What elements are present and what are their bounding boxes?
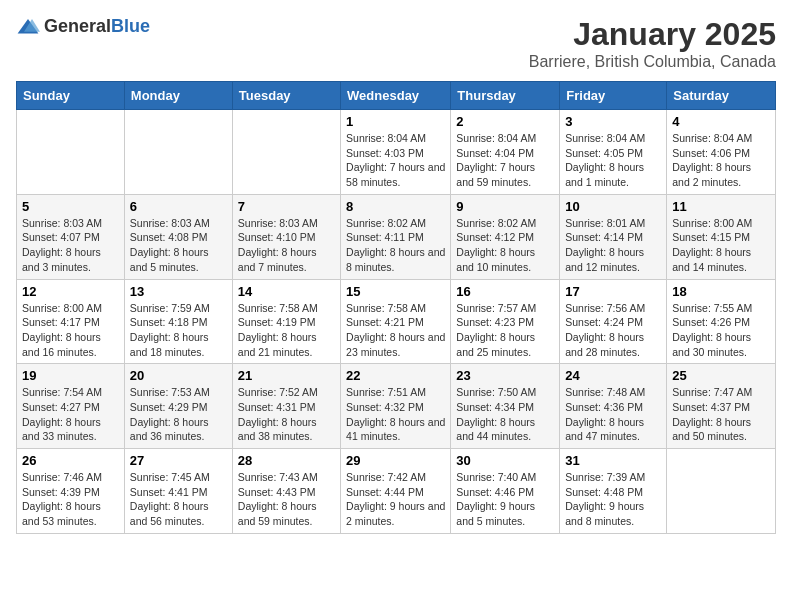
day-info: Sunrise: 7:46 AMSunset: 4:39 PMDaylight:…: [22, 470, 119, 529]
calendar-week-row: 26Sunrise: 7:46 AMSunset: 4:39 PMDayligh…: [17, 449, 776, 534]
calendar-cell: [667, 449, 776, 534]
day-number: 4: [672, 114, 770, 129]
page-header: GeneralBlue January 2025 Barriere, Briti…: [16, 16, 776, 71]
calendar-cell: 2Sunrise: 8:04 AMSunset: 4:04 PMDaylight…: [451, 110, 560, 195]
day-number: 24: [565, 368, 661, 383]
day-info: Sunrise: 7:55 AMSunset: 4:26 PMDaylight:…: [672, 301, 770, 360]
calendar-week-row: 1Sunrise: 8:04 AMSunset: 4:03 PMDaylight…: [17, 110, 776, 195]
calendar-cell: 5Sunrise: 8:03 AMSunset: 4:07 PMDaylight…: [17, 194, 125, 279]
day-info: Sunrise: 8:04 AMSunset: 4:04 PMDaylight:…: [456, 131, 554, 190]
title-block: January 2025 Barriere, British Columbia,…: [529, 16, 776, 71]
location-title: Barriere, British Columbia, Canada: [529, 53, 776, 71]
day-info: Sunrise: 8:04 AMSunset: 4:06 PMDaylight:…: [672, 131, 770, 190]
day-info: Sunrise: 7:51 AMSunset: 4:32 PMDaylight:…: [346, 385, 445, 444]
day-info: Sunrise: 7:57 AMSunset: 4:23 PMDaylight:…: [456, 301, 554, 360]
weekday-header-monday: Monday: [124, 82, 232, 110]
calendar-cell: 12Sunrise: 8:00 AMSunset: 4:17 PMDayligh…: [17, 279, 125, 364]
day-info: Sunrise: 8:01 AMSunset: 4:14 PMDaylight:…: [565, 216, 661, 275]
calendar-cell: 31Sunrise: 7:39 AMSunset: 4:48 PMDayligh…: [560, 449, 667, 534]
day-number: 11: [672, 199, 770, 214]
day-info: Sunrise: 7:53 AMSunset: 4:29 PMDaylight:…: [130, 385, 227, 444]
calendar-cell: 9Sunrise: 8:02 AMSunset: 4:12 PMDaylight…: [451, 194, 560, 279]
calendar-cell: 26Sunrise: 7:46 AMSunset: 4:39 PMDayligh…: [17, 449, 125, 534]
calendar-week-row: 12Sunrise: 8:00 AMSunset: 4:17 PMDayligh…: [17, 279, 776, 364]
day-number: 3: [565, 114, 661, 129]
day-number: 30: [456, 453, 554, 468]
weekday-header-tuesday: Tuesday: [232, 82, 340, 110]
logo-text-blue: Blue: [111, 16, 150, 36]
calendar-cell: 28Sunrise: 7:43 AMSunset: 4:43 PMDayligh…: [232, 449, 340, 534]
calendar-week-row: 5Sunrise: 8:03 AMSunset: 4:07 PMDaylight…: [17, 194, 776, 279]
day-number: 13: [130, 284, 227, 299]
calendar-cell: [232, 110, 340, 195]
calendar-cell: 1Sunrise: 8:04 AMSunset: 4:03 PMDaylight…: [341, 110, 451, 195]
day-info: Sunrise: 7:56 AMSunset: 4:24 PMDaylight:…: [565, 301, 661, 360]
logo-text-general: General: [44, 16, 111, 36]
day-info: Sunrise: 8:00 AMSunset: 4:15 PMDaylight:…: [672, 216, 770, 275]
day-number: 7: [238, 199, 335, 214]
calendar-week-row: 19Sunrise: 7:54 AMSunset: 4:27 PMDayligh…: [17, 364, 776, 449]
calendar-cell: 8Sunrise: 8:02 AMSunset: 4:11 PMDaylight…: [341, 194, 451, 279]
day-info: Sunrise: 7:58 AMSunset: 4:21 PMDaylight:…: [346, 301, 445, 360]
weekday-header-wednesday: Wednesday: [341, 82, 451, 110]
day-number: 9: [456, 199, 554, 214]
weekday-header-row: SundayMondayTuesdayWednesdayThursdayFrid…: [17, 82, 776, 110]
day-info: Sunrise: 7:50 AMSunset: 4:34 PMDaylight:…: [456, 385, 554, 444]
day-info: Sunrise: 7:40 AMSunset: 4:46 PMDaylight:…: [456, 470, 554, 529]
calendar-cell: 27Sunrise: 7:45 AMSunset: 4:41 PMDayligh…: [124, 449, 232, 534]
calendar-cell: 11Sunrise: 8:00 AMSunset: 4:15 PMDayligh…: [667, 194, 776, 279]
logo-icon: [16, 17, 40, 37]
calendar-cell: 24Sunrise: 7:48 AMSunset: 4:36 PMDayligh…: [560, 364, 667, 449]
calendar-cell: 30Sunrise: 7:40 AMSunset: 4:46 PMDayligh…: [451, 449, 560, 534]
calendar-cell: 18Sunrise: 7:55 AMSunset: 4:26 PMDayligh…: [667, 279, 776, 364]
day-number: 23: [456, 368, 554, 383]
weekday-header-sunday: Sunday: [17, 82, 125, 110]
day-number: 5: [22, 199, 119, 214]
day-info: Sunrise: 8:04 AMSunset: 4:05 PMDaylight:…: [565, 131, 661, 190]
day-number: 2: [456, 114, 554, 129]
day-info: Sunrise: 8:02 AMSunset: 4:12 PMDaylight:…: [456, 216, 554, 275]
day-info: Sunrise: 7:45 AMSunset: 4:41 PMDaylight:…: [130, 470, 227, 529]
month-title: January 2025: [529, 16, 776, 53]
day-number: 8: [346, 199, 445, 214]
day-number: 18: [672, 284, 770, 299]
day-info: Sunrise: 7:54 AMSunset: 4:27 PMDaylight:…: [22, 385, 119, 444]
day-number: 10: [565, 199, 661, 214]
day-number: 12: [22, 284, 119, 299]
day-info: Sunrise: 7:47 AMSunset: 4:37 PMDaylight:…: [672, 385, 770, 444]
day-info: Sunrise: 7:42 AMSunset: 4:44 PMDaylight:…: [346, 470, 445, 529]
calendar-cell: 10Sunrise: 8:01 AMSunset: 4:14 PMDayligh…: [560, 194, 667, 279]
calendar-cell: 29Sunrise: 7:42 AMSunset: 4:44 PMDayligh…: [341, 449, 451, 534]
day-number: 21: [238, 368, 335, 383]
calendar-table: SundayMondayTuesdayWednesdayThursdayFrid…: [16, 81, 776, 534]
calendar-cell: [124, 110, 232, 195]
day-info: Sunrise: 8:04 AMSunset: 4:03 PMDaylight:…: [346, 131, 445, 190]
calendar-cell: 17Sunrise: 7:56 AMSunset: 4:24 PMDayligh…: [560, 279, 667, 364]
day-number: 6: [130, 199, 227, 214]
logo: GeneralBlue: [16, 16, 150, 37]
day-number: 17: [565, 284, 661, 299]
weekday-header-thursday: Thursday: [451, 82, 560, 110]
day-info: Sunrise: 7:59 AMSunset: 4:18 PMDaylight:…: [130, 301, 227, 360]
calendar-cell: 15Sunrise: 7:58 AMSunset: 4:21 PMDayligh…: [341, 279, 451, 364]
day-info: Sunrise: 8:00 AMSunset: 4:17 PMDaylight:…: [22, 301, 119, 360]
calendar-cell: 21Sunrise: 7:52 AMSunset: 4:31 PMDayligh…: [232, 364, 340, 449]
day-info: Sunrise: 8:03 AMSunset: 4:07 PMDaylight:…: [22, 216, 119, 275]
day-info: Sunrise: 8:03 AMSunset: 4:08 PMDaylight:…: [130, 216, 227, 275]
calendar-cell: 23Sunrise: 7:50 AMSunset: 4:34 PMDayligh…: [451, 364, 560, 449]
calendar-cell: 16Sunrise: 7:57 AMSunset: 4:23 PMDayligh…: [451, 279, 560, 364]
day-number: 31: [565, 453, 661, 468]
day-info: Sunrise: 8:02 AMSunset: 4:11 PMDaylight:…: [346, 216, 445, 275]
day-number: 26: [22, 453, 119, 468]
weekday-header-friday: Friday: [560, 82, 667, 110]
day-number: 29: [346, 453, 445, 468]
calendar-cell: [17, 110, 125, 195]
day-number: 15: [346, 284, 445, 299]
day-info: Sunrise: 7:43 AMSunset: 4:43 PMDaylight:…: [238, 470, 335, 529]
calendar-cell: 4Sunrise: 8:04 AMSunset: 4:06 PMDaylight…: [667, 110, 776, 195]
day-number: 19: [22, 368, 119, 383]
day-info: Sunrise: 7:58 AMSunset: 4:19 PMDaylight:…: [238, 301, 335, 360]
day-info: Sunrise: 7:52 AMSunset: 4:31 PMDaylight:…: [238, 385, 335, 444]
calendar-cell: 25Sunrise: 7:47 AMSunset: 4:37 PMDayligh…: [667, 364, 776, 449]
calendar-cell: 20Sunrise: 7:53 AMSunset: 4:29 PMDayligh…: [124, 364, 232, 449]
